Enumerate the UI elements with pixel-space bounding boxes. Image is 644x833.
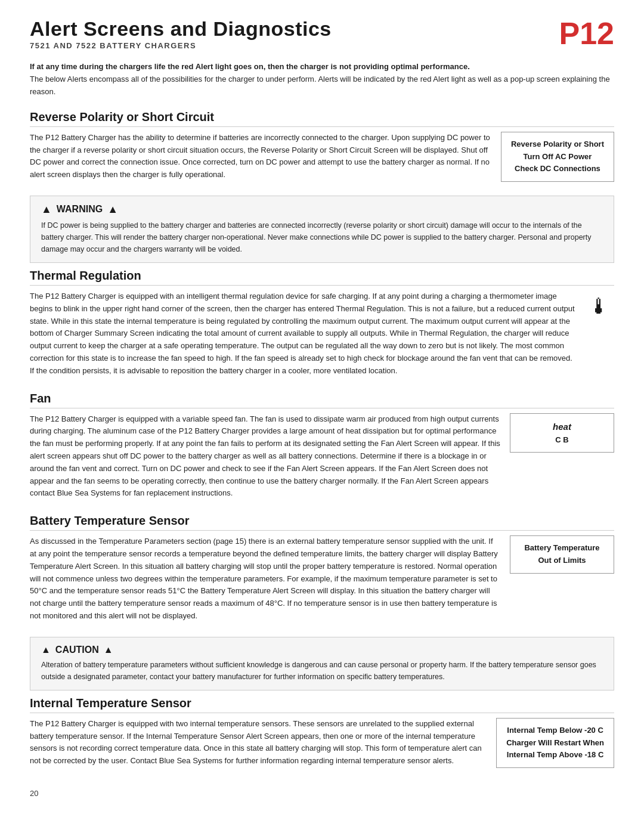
intro-line1: If at any time during the chargers life … xyxy=(30,62,470,71)
reverse-polarity-alert-line2: Turn Off AC Power xyxy=(511,151,604,163)
battery-temp-sensor-content: As discussed in the Temperature Paramete… xyxy=(30,535,614,626)
reverse-polarity-content: The P12 Battery Charger has the ability … xyxy=(30,132,614,185)
main-title: Alert Screens and Diagnostics xyxy=(30,18,614,40)
header: P12 Alert Screens and Diagnostics 7521 A… xyxy=(30,18,614,50)
caution-title: ▲ CAUTION ▲ xyxy=(41,645,603,655)
warning-text: If DC power is being supplied to the bat… xyxy=(41,219,603,255)
thermal-regulation-title: Thermal Regulation xyxy=(30,269,614,286)
intro-line2: The below Alerts encompass all of the po… xyxy=(30,75,610,96)
fan-content: The P12 Battery Charger is equipped with… xyxy=(30,413,614,504)
reverse-polarity-text: The P12 Battery Charger has the ability … xyxy=(30,132,491,185)
reverse-polarity-alert-line1: Reverse Polarity or Short xyxy=(511,138,604,151)
warning-triangle-right: ▲ xyxy=(107,203,118,216)
reverse-polarity-alert-line3: Check DC Connections xyxy=(511,163,604,175)
page-tag: P12 xyxy=(559,18,614,49)
fan-title: Fan xyxy=(30,392,614,408)
page-tag-label: P12 xyxy=(559,16,614,51)
caution-triangle-right: ▲ xyxy=(104,645,113,655)
thermometer-icon: 🌡 xyxy=(589,294,610,319)
internal-temp-alert-line2: Charger Will Restart When xyxy=(506,737,604,750)
internal-temp-alert-line3: Internal Temp Above -18 C xyxy=(506,749,604,761)
fan-text: The P12 Battery Charger is equipped with… xyxy=(30,413,500,504)
reverse-polarity-alert-box: Reverse Polarity or Short Turn Off AC Po… xyxy=(501,132,614,182)
internal-temp-sensor-title: Internal Temperature Sensor xyxy=(30,696,614,713)
sub-title: 7521 AND 7522 BATTERY CHARGERS xyxy=(30,41,614,50)
battery-temp-sensor-text: As discussed in the Temperature Paramete… xyxy=(30,535,500,626)
warning-triangle-left: ▲ xyxy=(41,203,52,216)
internal-temp-sensor-content: The P12 Battery Charger is equipped with… xyxy=(30,718,614,771)
battery-temp-alert-box: Battery Temperature Out of Limits xyxy=(510,535,614,574)
section-reverse-polarity: Reverse Polarity or Short Circuit The P1… xyxy=(30,110,614,185)
section-internal-temp-sensor: Internal Temperature Sensor The P12 Batt… xyxy=(30,696,614,771)
battery-temp-alert-line1: Battery Temperature xyxy=(520,542,604,555)
caution-label: CAUTION xyxy=(55,645,99,655)
caution-text: Alteration of battery temperature parame… xyxy=(41,659,603,683)
fan-alert-box: heat C B xyxy=(510,413,614,453)
section-thermal-regulation: Thermal Regulation The P12 Battery Charg… xyxy=(30,269,614,381)
battery-temp-alert-line2: Out of Limits xyxy=(520,555,604,567)
page-number: 20 xyxy=(30,789,614,798)
warning-block: ▲ WARNING ▲ If DC power is being supplie… xyxy=(30,196,614,263)
battery-temp-sensor-title: Battery Temperature Sensor xyxy=(30,514,614,531)
internal-temp-sensor-text: The P12 Battery Charger is equipped with… xyxy=(30,718,487,771)
caution-triangle-left: ▲ xyxy=(41,645,51,655)
thermal-regulation-text: The P12 Battery Charger is equipped with… xyxy=(30,290,575,381)
caution-block: ▲ CAUTION ▲ Alteration of battery temper… xyxy=(30,637,614,690)
warning-label: WARNING xyxy=(57,204,103,215)
section-fan: Fan The P12 Battery Charger is equipped … xyxy=(30,392,614,504)
internal-temp-alert-box: Internal Temp Below -20 C Charger Will R… xyxy=(496,718,614,768)
thermal-regulation-content: The P12 Battery Charger is equipped with… xyxy=(30,290,614,381)
thermometer-area: 🌡 xyxy=(584,290,614,319)
section-battery-temp-sensor: Battery Temperature Sensor As discussed … xyxy=(30,514,614,626)
intro-text: If at any time during the chargers life … xyxy=(30,61,614,98)
fan-alert-line2: C B xyxy=(520,434,604,447)
warning-title: ▲ WARNING ▲ xyxy=(41,203,603,216)
internal-temp-alert-line1: Internal Temp Below -20 C xyxy=(506,724,604,737)
fan-alert-line1: heat xyxy=(520,420,604,434)
reverse-polarity-title: Reverse Polarity or Short Circuit xyxy=(30,110,614,127)
